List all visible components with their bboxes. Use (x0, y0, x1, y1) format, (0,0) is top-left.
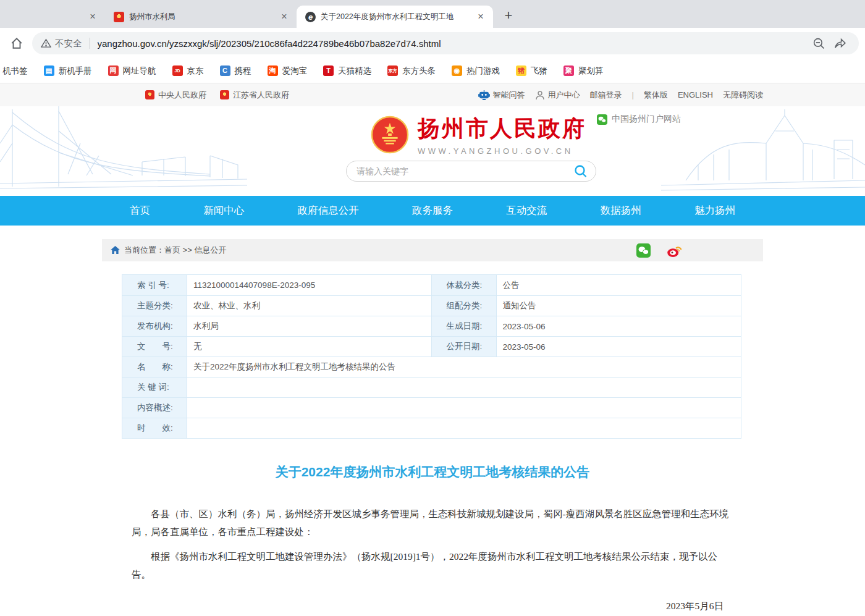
nav-item-5[interactable]: 数据扬州 (601, 204, 641, 217)
bookmark-label: 天猫精选 (338, 65, 371, 77)
meta-label: 生成日期: (432, 316, 497, 336)
taobao-icon: 淘 (268, 65, 278, 76)
portal-text: 中国扬州门户网站 (612, 114, 681, 125)
share-icon[interactable] (829, 33, 850, 54)
home-icon[interactable] (111, 246, 120, 255)
tab-partial[interactable]: × (0, 6, 105, 28)
juhuasuan-icon: 聚 (563, 65, 574, 76)
weibo-share-icon[interactable] (667, 243, 681, 258)
bookmark-item[interactable]: C携程 (220, 65, 251, 77)
browser-logo-favicon: e (305, 12, 316, 22)
site-logo[interactable]: 扬州市人民政府 WWW.YANGZHOU.GOV.CN (371, 114, 586, 156)
gov-top-bar: 中央人民政府江苏省人民政府 智能问答 用户中心 邮箱登录 | 繁体版 ENGLI… (0, 83, 865, 106)
article: 关于2022年度扬州市水利工程文明工地考核结果的公告 各县（市、区）水利（务）局… (102, 439, 763, 616)
tab-active-announcement[interactable]: e 关于2022年度扬州市水利工程文明工地 × (297, 6, 493, 28)
bookmark-label: 携程 (235, 65, 251, 77)
bookmark-item[interactable]: T天猫精选 (323, 65, 371, 77)
gov-utility-links: 智能问答 用户中心 邮箱登录 | 繁体版 ENGLISH 无障碍阅读 (478, 90, 763, 101)
tmall-icon: T (323, 65, 334, 76)
breadcrumb[interactable]: 当前位置：首页 >> 信息公开 (124, 245, 226, 256)
bridge-sketch-right (661, 106, 865, 196)
national-emblem-icon (371, 116, 409, 154)
address-bar[interactable]: 不安全 yangzhou.gov.cn/yzszxxgk/slj/202305/… (32, 32, 859, 54)
user-icon (535, 90, 545, 100)
meta-value (187, 378, 741, 397)
meta-value (187, 418, 741, 438)
close-icon[interactable]: × (86, 11, 99, 23)
bookmark-item[interactable]: JD京东 (172, 65, 204, 77)
meta-label: 公开日期: (432, 337, 497, 357)
divider: | (632, 90, 634, 99)
bookmark-item[interactable]: 淘爱淘宝 (268, 65, 308, 77)
table-row: 时 效: (122, 418, 741, 438)
bookmark-item[interactable]: 猪飞猪 (516, 65, 547, 77)
ai-qa-link[interactable]: 智能问答 (478, 90, 525, 101)
bookmark-item[interactable]: ◉热门游戏 (452, 65, 500, 77)
english-version-link[interactable]: ENGLISH (678, 90, 713, 99)
meta-label: 主题分类: (122, 296, 187, 316)
bookmark-item[interactable]: 机书签 (2, 65, 28, 77)
bookmark-item[interactable]: 聚聚划算 (563, 65, 604, 77)
table-row: 发布机构:水利局生成日期:2023-05-06 (122, 316, 741, 336)
meta-label: 发布机构: (122, 316, 187, 336)
gov-site-link[interactable]: 江苏省人民政府 (220, 90, 289, 101)
main-nav: 首页新闻中心政府信息公开政务服务互动交流数据扬州魅力扬州 (0, 196, 865, 226)
bookmark-label: 东方头条 (402, 65, 436, 77)
zoom-out-icon[interactable] (808, 33, 829, 54)
nav-item-1[interactable]: 新闻中心 (203, 204, 244, 217)
nav-item-2[interactable]: 政府信息公开 (298, 204, 359, 217)
table-row: 索 引 号:11321000014407098E-2023-095体裁分类:公告 (122, 275, 741, 295)
nav-item-0[interactable]: 首页 (130, 204, 150, 217)
close-icon[interactable]: × (278, 11, 290, 23)
home-icon[interactable] (6, 33, 27, 54)
nav-site-icon: 网 (108, 65, 119, 76)
bookmark-item[interactable]: ▤新机手册 (44, 65, 92, 77)
meta-value: 水利局 (187, 316, 432, 336)
tab-inactive-slj[interactable]: 扬州市水利局 × (105, 6, 297, 28)
gov-emblem-favicon (114, 12, 124, 22)
portal-label[interactable]: 中国扬州门户网站 (597, 114, 681, 125)
table-row: 名 称:关于2022年度扬州市水利工程文明工地考核结果的公告 (122, 357, 741, 377)
ctrip-icon: C (220, 65, 230, 76)
bookmarks-bar: 机书签▤新机手册网网址导航JD京东C携程淘爱淘宝T天猫精选东方东方头条◉热门游戏… (0, 59, 865, 83)
search-icon[interactable] (573, 164, 588, 179)
url-text[interactable]: yangzhou.gov.cn/yzszxxgk/slj/202305/210c… (98, 38, 809, 49)
nav-item-4[interactable]: 互动交流 (506, 204, 547, 217)
bridge-sketch-left (0, 106, 247, 196)
bookmark-label: 聚划算 (578, 65, 604, 77)
doc-meta-table: 索 引 号:11321000014407098E-2023-095体裁分类:公告… (122, 274, 741, 439)
meta-label: 内容概述: (122, 398, 187, 418)
bookmark-item[interactable]: 东方东方头条 (387, 65, 436, 77)
security-label: 不安全 (55, 38, 82, 49)
new-tab-button[interactable]: + (499, 7, 518, 25)
nav-item-6[interactable]: 魅力扬州 (694, 204, 735, 217)
meta-value: 通知公告 (497, 296, 741, 316)
table-row: 内容概述: (122, 397, 741, 418)
site-url-caption: WWW.YANGZHOU.GOV.CN (418, 146, 586, 156)
user-center-link[interactable]: 用户中心 (535, 90, 580, 101)
meta-label: 时 效: (122, 418, 187, 438)
site-title: 扬州市人民政府 (418, 114, 586, 144)
content-area: 当前位置：首页 >> 信息公开 索 引 号:1132100001 (102, 239, 763, 616)
meta-value: 公告 (497, 275, 741, 295)
meta-value: 无 (187, 337, 432, 357)
table-row: 文 号:无公开日期:2023-05-06 (122, 336, 741, 357)
traditional-version-link[interactable]: 繁体版 (644, 90, 668, 101)
article-date: 2023年5月6日 (132, 600, 733, 613)
jd-icon: JD (172, 65, 183, 76)
table-row: 关 键 词: (122, 377, 741, 397)
search-input[interactable] (357, 166, 573, 176)
bookmark-label: 爱淘宝 (282, 65, 308, 77)
gov-site-link[interactable]: 中央人民政府 (145, 90, 206, 101)
user-center-label: 用户中心 (548, 90, 580, 101)
gov-link-label: 江苏省人民政府 (233, 90, 289, 101)
bookmark-item[interactable]: 网网址导航 (108, 65, 156, 77)
wechat-share-icon[interactable] (636, 243, 651, 258)
meta-value: 2023-05-06 (497, 337, 741, 357)
meta-value (187, 398, 741, 418)
accessibility-link[interactable]: 无障碍阅读 (723, 90, 763, 101)
meta-label: 文 号: (122, 337, 187, 357)
mail-login-link[interactable]: 邮箱登录 (590, 90, 622, 101)
nav-item-3[interactable]: 政务服务 (412, 204, 453, 217)
close-icon[interactable]: × (475, 11, 487, 23)
